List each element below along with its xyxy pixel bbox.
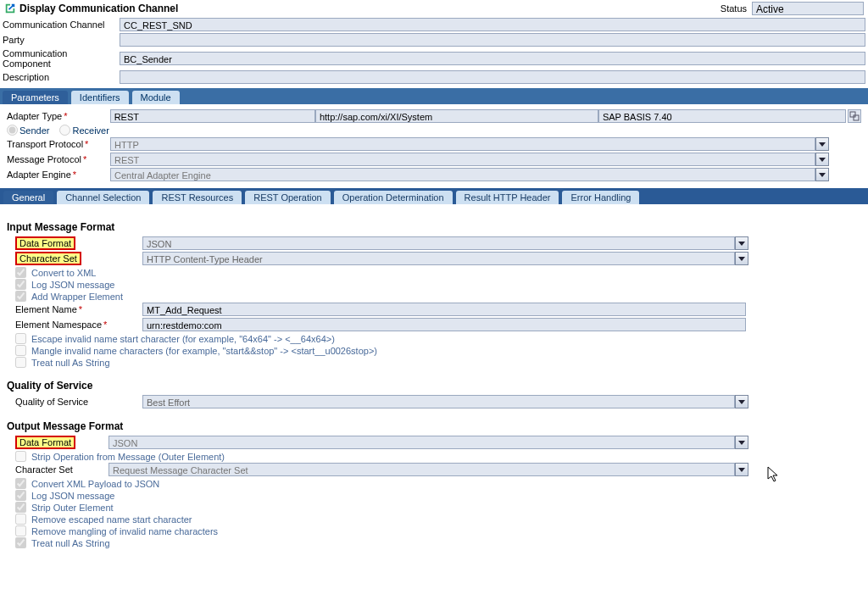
chk-log-json-in-label: Log JSON message [31, 280, 114, 290]
chk-log-json-out-label: Log JSON message [31, 491, 114, 501]
output-message-format-heading: Output Message Format [7, 420, 861, 432]
adapter-version-value: SAP BASIS 7.40 [598, 109, 846, 123]
status-value: Active [752, 2, 864, 15]
receiver-radio-label: Receiver [72, 125, 108, 136]
adapter-url-value: http://sap.com/xi/XI/System [315, 109, 598, 123]
tab-general[interactable]: General [3, 191, 53, 204]
adapter-value-help-button[interactable] [848, 109, 861, 123]
channel-icon [4, 3, 16, 14]
chk-mangle [15, 345, 26, 356]
comm-component-value: BC_Sender [120, 52, 865, 65]
message-protocol-dropdown[interactable] [815, 153, 829, 166]
input-message-format-heading: Input Message Format [7, 221, 861, 233]
output-charset-dropdown[interactable] [735, 463, 748, 476]
tab-rest-resources[interactable]: REST Resources [153, 191, 242, 204]
message-protocol-label: Message Protocol [7, 154, 81, 164]
chk-add-wrapper-label: Add Wrapper Element [31, 292, 123, 302]
qos-value: Best Effort [142, 395, 735, 408]
main-tab-strip: Parameters Identifiers Module [0, 88, 868, 104]
chk-strip-outer-label: Strip Outer Element [31, 503, 114, 513]
element-name-value: MT_Add_Request [142, 303, 746, 316]
status-label: Status [721, 3, 747, 14]
chk-treat-null-out-label: Treat null As String [31, 538, 110, 548]
svg-rect-1 [854, 115, 859, 120]
input-data-format-value: JSON [142, 236, 735, 250]
party-label: Party [0, 32, 117, 47]
chk-strip-outer [15, 502, 26, 513]
required-star: * [64, 111, 67, 121]
input-data-format-label: Data Format [15, 236, 75, 250]
output-charset-label: Character Set [15, 464, 108, 475]
chk-mangle-label: Mangle invalid name characters (for exam… [31, 346, 377, 356]
tab-error-handling[interactable]: Error Handling [562, 191, 639, 204]
comm-channel-value: CC_REST_SND [120, 18, 865, 31]
tab-operation-determination[interactable]: Operation Determination [334, 191, 453, 204]
cursor-icon [767, 466, 781, 486]
description-label: Description [0, 69, 117, 85]
value-help-icon [849, 111, 860, 121]
page-title: Display Communication Channel [19, 3, 178, 14]
output-data-format-dropdown[interactable] [735, 436, 748, 449]
adapter-type-label: Adapter Type [7, 111, 62, 121]
qos-dropdown[interactable] [735, 395, 748, 408]
element-name-label: Element Name [15, 304, 77, 314]
tab-channel-selection[interactable]: Channel Selection [57, 191, 149, 204]
output-charset-value: Request Message Character Set [108, 463, 735, 476]
input-data-format-dropdown[interactable] [735, 236, 748, 250]
chk-strip-op [15, 451, 26, 462]
output-data-format-label: Data Format [15, 436, 75, 449]
party-value [120, 33, 865, 47]
svg-rect-0 [850, 112, 855, 117]
transport-protocol-value: HTTP [110, 137, 815, 151]
element-namespace-value: urn:restdemo:com [142, 318, 746, 331]
tab-identifiers[interactable]: Identifiers [71, 91, 129, 104]
output-data-format-value: JSON [108, 436, 735, 449]
chk-treat-null-in-label: Treat null As String [31, 358, 110, 368]
chk-escape-label: Escape invalid name start character (for… [31, 334, 335, 344]
chk-add-wrapper [15, 291, 26, 302]
chk-convert-json-label: Convert XML Payload to JSON [31, 479, 159, 489]
chk-remove-mangling-label: Remove mangling of invalid name characte… [31, 526, 218, 536]
chk-log-json-out [15, 490, 26, 501]
transport-protocol-label: Transport Protocol [7, 139, 83, 149]
chk-remove-mangling [15, 525, 26, 536]
adapter-engine-value: Central Adapter Engine [110, 168, 815, 181]
chk-treat-null-in [15, 357, 26, 368]
qos-label: Quality of Service [15, 397, 142, 407]
adapter-type-value: REST [110, 109, 315, 123]
tab-module[interactable]: Module [132, 91, 180, 104]
input-charset-label: Character Set [15, 252, 81, 265]
receiver-radio [59, 125, 70, 136]
tab-result-http-header[interactable]: Result HTTP Header [456, 191, 559, 204]
sender-radio-label: Sender [19, 125, 49, 136]
chk-escape [15, 333, 26, 344]
chk-log-json-in [15, 279, 26, 290]
chk-convert-xml-label: Convert to XML [31, 268, 96, 278]
message-protocol-value: REST [110, 153, 815, 166]
chk-strip-op-label: Strip Operation from Message (Outer Elem… [31, 452, 225, 462]
sub-tab-strip: General Channel Selection REST Resources… [0, 188, 868, 204]
comm-component-label: Communication Component [0, 47, 117, 69]
chk-remove-escaped-label: Remove escaped name start character [31, 514, 192, 525]
element-namespace-label: Element Namespace [15, 320, 102, 330]
chk-remove-escaped [15, 514, 26, 525]
tab-rest-operation[interactable]: REST Operation [245, 191, 331, 204]
chk-treat-null-out [15, 537, 26, 548]
comm-channel-label: Communication Channel [0, 17, 117, 32]
chk-convert-json [15, 478, 26, 489]
tab-parameters[interactable]: Parameters [3, 91, 68, 104]
adapter-engine-label: Adapter Engine [7, 169, 71, 180]
transport-protocol-dropdown[interactable] [815, 137, 829, 151]
description-value [120, 70, 865, 84]
sender-radio [7, 125, 18, 136]
input-charset-dropdown[interactable] [735, 252, 748, 265]
input-charset-value: HTTP Content-Type Header [142, 252, 735, 265]
chk-convert-xml [15, 267, 26, 278]
qos-heading: Quality of Service [7, 380, 861, 392]
adapter-engine-dropdown[interactable] [815, 168, 829, 181]
